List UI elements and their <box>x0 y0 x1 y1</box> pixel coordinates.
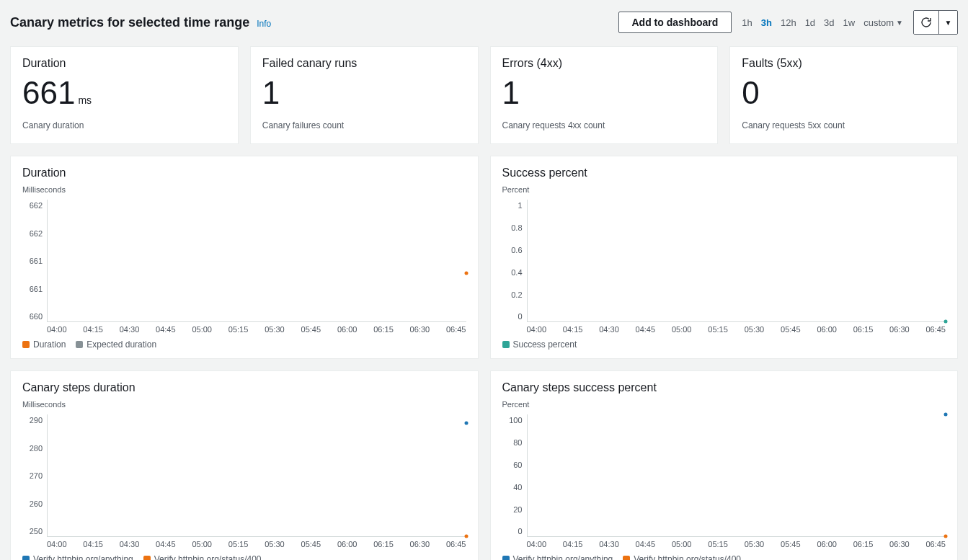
stat-desc: Canary requests 5xx count <box>742 120 946 130</box>
x-tick: 06:30 <box>410 540 430 548</box>
x-tick: 05:30 <box>265 325 285 334</box>
legend-item[interactable]: Verify httpbin.org/status/400 <box>623 554 741 560</box>
y-tick: 260 <box>30 499 43 508</box>
legend-label: Verify httpbin.org/anything <box>513 554 613 560</box>
data-point[interactable] <box>464 271 468 275</box>
plot-area <box>47 200 466 322</box>
info-link[interactable]: Info <box>257 19 271 29</box>
x-tick: 05:45 <box>301 540 321 548</box>
x-tick: 04:00 <box>527 540 547 548</box>
x-tick: 05:00 <box>672 540 692 548</box>
legend-item[interactable]: Duration <box>22 339 66 350</box>
legend-swatch <box>502 341 510 348</box>
x-tick: 04:45 <box>156 325 176 334</box>
x-tick: 05:45 <box>781 540 801 548</box>
time-range-3d[interactable]: 3d <box>824 17 834 28</box>
time-range-custom[interactable]: custom ▼ <box>863 17 903 28</box>
legend-item[interactable]: Expected duration <box>76 339 156 350</box>
chart-row-2: Canary steps duration Milliseconds 29028… <box>10 370 958 560</box>
refresh-button[interactable] <box>914 11 938 34</box>
y-tick: 661 <box>30 257 43 265</box>
stat-number: 1 <box>262 76 280 110</box>
x-tick: 04:30 <box>599 325 619 334</box>
chart-plot[interactable]: 662662661661660 <box>22 200 466 322</box>
data-point[interactable] <box>464 535 468 538</box>
data-point[interactable] <box>944 320 948 324</box>
chart-plot[interactable]: 10.80.60.40.20 <box>502 200 946 322</box>
plot-area <box>47 414 466 537</box>
legend-swatch <box>22 341 30 348</box>
stat-card-errors: Errors (4xx) 1 Canary requests 4xx count <box>490 46 719 144</box>
y-tick: 0.2 <box>511 290 522 299</box>
chart-ylabel: Milliseconds <box>22 400 466 409</box>
x-tick: 04:15 <box>563 540 583 548</box>
chart-success: Success percent Percent 10.80.60.40.20 0… <box>490 156 959 359</box>
chart-plot[interactable]: 290280270260250 <box>22 414 466 537</box>
x-tick: 04:00 <box>527 325 547 334</box>
legend-item[interactable]: Verify httpbin.org/anything <box>22 554 133 560</box>
time-range-12h[interactable]: 12h <box>781 17 796 28</box>
x-axis: 04:0004:1504:3004:4505:0005:1505:3005:45… <box>47 540 466 548</box>
x-tick: 06:00 <box>337 325 358 334</box>
stat-value: 1 <box>502 76 706 110</box>
x-axis: 04:0004:1504:3004:4505:0005:1505:3005:45… <box>47 325 466 334</box>
chart-title: Canary steps success percent <box>502 381 946 394</box>
data-point[interactable] <box>944 535 948 538</box>
chart-legend: Success percent <box>502 339 946 350</box>
legend-swatch <box>22 556 30 560</box>
stat-card-duration: Duration 661 ms Canary duration <box>10 46 239 144</box>
caret-down-icon: ▼ <box>945 19 952 27</box>
time-range-1h[interactable]: 1h <box>742 17 752 28</box>
y-axis: 662662661661660 <box>22 200 47 322</box>
x-tick: 06:45 <box>925 325 946 334</box>
x-tick: 04:15 <box>83 540 103 548</box>
chart-plot[interactable]: 100806040200 <box>502 414 946 537</box>
x-tick: 06:00 <box>337 540 358 548</box>
y-tick: 1 <box>518 201 522 210</box>
x-tick: 05:00 <box>192 325 212 334</box>
time-range-1d[interactable]: 1d <box>805 17 815 28</box>
chart-duration: Duration Milliseconds 662662661661660 04… <box>10 156 479 359</box>
legend-item[interactable]: Success percent <box>502 339 577 350</box>
x-tick: 06:00 <box>817 540 837 548</box>
data-point[interactable] <box>944 413 948 417</box>
refresh-dropdown-button[interactable]: ▼ <box>938 11 957 34</box>
y-tick: 100 <box>509 416 522 425</box>
stat-value: 1 <box>262 76 466 110</box>
time-range-3h[interactable]: 3h <box>761 17 772 28</box>
chart-steps-success: Canary steps success percent Percent 100… <box>490 370 959 560</box>
stat-desc: Canary requests 4xx count <box>502 120 706 130</box>
x-tick: 05:45 <box>301 325 321 334</box>
y-axis: 290280270260250 <box>22 414 47 537</box>
legend-item[interactable]: Verify httpbin.org/status/400 <box>143 554 262 560</box>
refresh-icon <box>920 17 932 28</box>
x-tick: 05:30 <box>745 540 765 548</box>
y-tick: 20 <box>513 505 522 514</box>
chart-legend: Verify httpbin.org/anythingVerify httpbi… <box>502 554 946 560</box>
add-to-dashboard-button[interactable]: Add to dashboard <box>618 12 732 33</box>
data-point[interactable] <box>464 421 468 425</box>
stat-row: Duration 661 ms Canary duration Failed c… <box>10 46 958 144</box>
x-tick: 06:15 <box>373 540 394 548</box>
x-tick: 06:15 <box>373 325 394 334</box>
stat-number: 0 <box>742 76 759 110</box>
time-range-1w[interactable]: 1w <box>843 17 856 28</box>
refresh-group: ▼ <box>913 10 958 35</box>
x-tick: 06:30 <box>410 325 430 334</box>
chart-legend: Verify httpbin.org/anythingVerify httpbi… <box>22 554 466 560</box>
y-tick: 40 <box>513 483 522 492</box>
x-tick: 04:00 <box>47 540 67 548</box>
header: Canary metrics for selected time range I… <box>10 10 958 35</box>
x-tick: 05:30 <box>745 325 765 334</box>
chart-title: Canary steps duration <box>22 381 466 394</box>
x-tick: 06:45 <box>925 540 946 548</box>
x-tick: 05:00 <box>672 325 692 334</box>
x-tick: 04:15 <box>83 325 103 334</box>
legend-item[interactable]: Verify httpbin.org/anything <box>502 554 613 560</box>
y-tick: 80 <box>513 438 522 447</box>
chart-ylabel: Percent <box>502 400 946 409</box>
x-tick: 04:30 <box>599 540 619 548</box>
page-title: Canary metrics for selected time range <box>10 15 249 30</box>
stat-number: 1 <box>502 76 520 110</box>
legend-swatch <box>143 556 151 560</box>
